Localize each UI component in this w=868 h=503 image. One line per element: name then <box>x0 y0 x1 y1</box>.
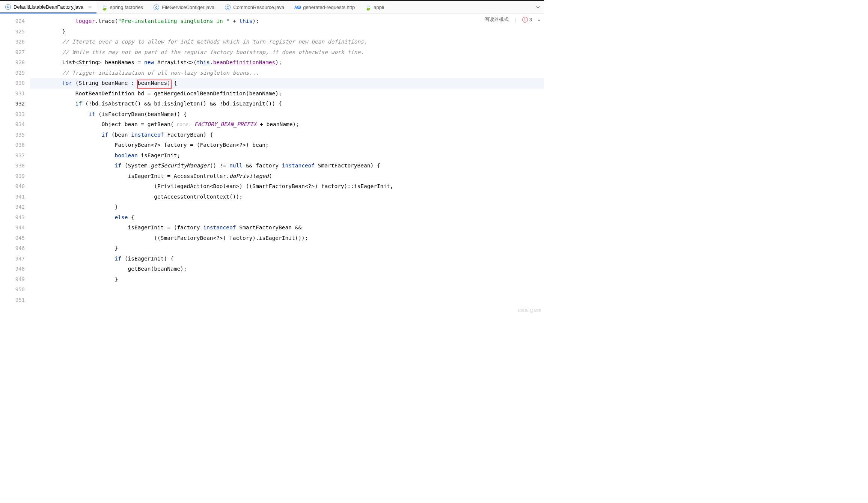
code-line[interactable]: if (!bd.isAbstract() && bd.isSingleton()… <box>30 99 544 109</box>
code-line[interactable]: for (String beanName : beanNames) { <box>30 78 544 89</box>
line-number: 944 <box>0 223 25 233</box>
line-number: 936 <box>0 140 25 151</box>
code-line[interactable]: } <box>30 243 544 254</box>
code-line[interactable]: // Trigger initialization of all non-laz… <box>30 68 544 78</box>
code-line[interactable]: isEagerInit = AccessController.doPrivile… <box>30 171 544 182</box>
line-number: 950 <box>0 285 25 295</box>
code-line[interactable]: } <box>30 202 544 212</box>
line-number: 948 <box>0 264 25 274</box>
tab-application[interactable]: 🍃 appli <box>360 1 389 14</box>
line-number: 947 <box>0 254 25 264</box>
code-line[interactable]: else { <box>30 212 544 223</box>
code-line[interactable]: ((SmartFactoryBean<?>) factory).isEagerI… <box>30 233 544 244</box>
java-class-icon: C <box>5 4 11 10</box>
code-line[interactable]: boolean isEagerInit; <box>30 151 544 161</box>
line-number: 951 <box>0 295 25 306</box>
tab-overflow-button[interactable] <box>532 5 544 11</box>
collapse-icon[interactable]: ▴ <box>538 17 540 22</box>
line-number: 943 <box>0 212 25 223</box>
error-indicator[interactable]: ! 3 <box>522 17 532 23</box>
line-number: 926 <box>0 37 25 47</box>
editor-area: 阅读器模式 | ! 3 ▴ 92492592692792892993093193… <box>0 14 544 315</box>
line-number: 927 <box>0 47 25 58</box>
line-number: 929 <box>0 68 25 78</box>
code-editor[interactable]: logger.trace("Pre-instantiating singleto… <box>30 14 544 315</box>
java-class-icon: C <box>225 5 231 10</box>
line-number: 937 <box>0 151 25 161</box>
code-line[interactable]: logger.trace("Pre-instantiating singleto… <box>30 16 544 27</box>
line-number: 945 <box>0 233 25 244</box>
tab-label: generated-requests.http <box>303 5 355 10</box>
code-line[interactable]: getAccessControlContext()); <box>30 192 544 202</box>
error-icon: ! <box>522 17 528 23</box>
line-number: 940 <box>0 181 25 192</box>
code-line[interactable]: // Iterate over a copy to allow for init… <box>30 37 544 47</box>
tab-common-resource[interactable]: C CommonResource.java <box>220 1 289 14</box>
tab-file-service-configer[interactable]: C FileServiceConfiger.java <box>148 1 220 14</box>
code-line[interactable]: isEagerInit = (factory instanceof SmartF… <box>30 223 544 233</box>
line-number: 924 <box>0 16 25 27</box>
spring-leaf-icon: 🍃 <box>365 5 371 10</box>
tab-label: FileServiceConfiger.java <box>162 5 214 10</box>
line-number: 939 <box>0 171 25 182</box>
code-line[interactable]: // While this may not be part of the reg… <box>30 47 544 58</box>
line-number: 938 <box>0 161 25 171</box>
line-number: 928 <box>0 57 25 68</box>
tab-generated-requests[interactable]: AP generated-requests.http <box>289 1 360 14</box>
code-line[interactable]: if (isEagerInit) { <box>30 254 544 264</box>
editor-status-bar: 阅读器模式 | ! 3 ▴ <box>484 16 540 23</box>
code-line[interactable]: } <box>30 27 544 37</box>
line-number: 934 <box>0 119 25 130</box>
code-line[interactable]: if (isFactoryBean(beanName)) { <box>30 109 544 120</box>
code-line[interactable]: FactoryBean<?> factory = (FactoryBean<?>… <box>30 140 544 151</box>
code-line[interactable]: getBean(beanName); <box>30 264 544 274</box>
spring-leaf-icon: 🍃 <box>102 5 107 10</box>
tab-default-listable-bean-factory[interactable]: C DefaultListableBeanFactory.java × <box>0 1 96 14</box>
line-number: 931 <box>0 89 25 99</box>
java-class-icon: C <box>154 5 159 10</box>
code-line[interactable]: (PrivilegedAction<Boolean>) ((SmartFacto… <box>30 181 544 192</box>
tab-spring-factories[interactable]: 🍃 spring.factories <box>96 1 148 14</box>
tab-label: DefaultListableBeanFactory.java <box>14 4 83 10</box>
line-number: 925 <box>0 27 25 37</box>
line-number: 941 <box>0 192 25 202</box>
code-line[interactable]: if (bean instanceof FactoryBean) { <box>30 130 544 140</box>
watermark: CSDN @搜狗 <box>518 308 541 313</box>
code-line[interactable]: List<String> beanNames = new ArrayList<>… <box>30 57 544 68</box>
line-number: 930 <box>0 78 25 89</box>
line-number: 949 <box>0 274 25 285</box>
line-number: 942 <box>0 202 25 212</box>
code-line[interactable]: } <box>30 274 544 285</box>
tab-label: spring.factories <box>110 5 143 10</box>
close-icon[interactable]: × <box>88 4 91 10</box>
error-count: 3 <box>529 17 532 23</box>
line-number: 932 <box>0 99 25 109</box>
reader-mode-button[interactable]: 阅读器模式 <box>484 16 509 23</box>
line-number: 933 <box>0 109 25 120</box>
tab-label: CommonResource.java <box>233 5 284 10</box>
code-line[interactable]: if (System.getSecurityManager() != null … <box>30 161 544 171</box>
tab-label: appli <box>374 5 384 10</box>
chevron-down-icon <box>536 5 540 9</box>
http-icon: AP <box>295 5 300 10</box>
line-number-gutter: 9249259269279289299309319329339349359369… <box>0 14 30 315</box>
line-number: 946 <box>0 243 25 254</box>
editor-tabs-bar: C DefaultListableBeanFactory.java × 🍃 sp… <box>0 1 544 14</box>
line-number: 935 <box>0 130 25 140</box>
code-line[interactable]: RootBeanDefinition bd = getMergedLocalBe… <box>30 89 544 99</box>
code-line[interactable]: Object bean = getBean( name: FACTORY_BEA… <box>30 119 544 130</box>
